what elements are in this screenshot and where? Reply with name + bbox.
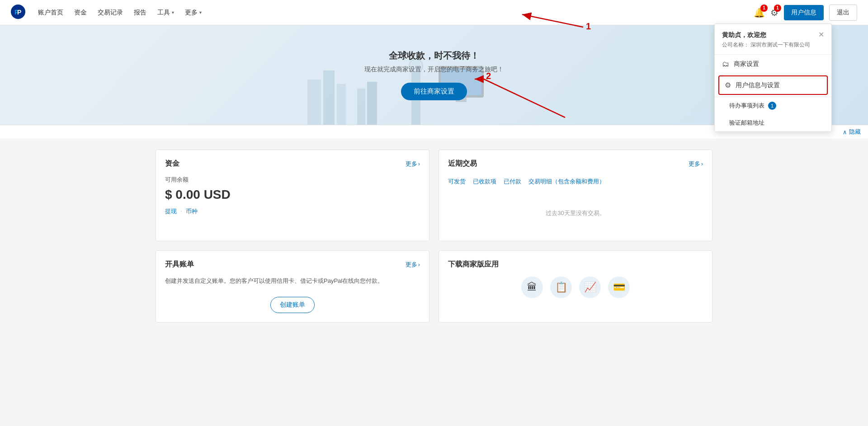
hide-label: 隐藏 [849,128,861,136]
nav-item-reports[interactable]: 报告 [134,9,146,17]
hero-title: 全球收款，时不我待！ [364,50,504,62]
todo-list-item[interactable]: 待办事项列表 1 [715,97,831,114]
user-info-button[interactable]: 用户信息 [784,5,824,20]
merchant-settings-item[interactable]: 🗂 商家设置 [715,55,831,74]
invoice-more-link[interactable]: 更多 › [406,261,420,269]
user-dropdown-menu: 黄助贞，欢迎您 公司名称： 深圳市测试一下有限公司 ✕ 🗂 商家设置 ⚙ 用户信… [714,23,832,132]
logout-button[interactable]: 退出 [829,5,857,21]
hero-subtitle: 现在就完成商家设置，开启您的电子商务之旅吧！ [364,66,504,74]
svg-rect-11 [337,84,346,125]
hero-content: 全球收款，时不我待！ 现在就完成商家设置，开启您的电子商务之旅吧！ 前往商家设置 [364,50,504,100]
user-info-settings-item[interactable]: ⚙ 用户信息与设置 [718,75,828,95]
gear-badge: 1 [774,5,781,12]
nav-item-tools[interactable]: 工具 ▾ [157,9,174,17]
funds-card-header: 资金 更多 › [165,159,420,169]
nav-item-funds[interactable]: 资金 [74,9,87,17]
funds-card: 资金 更多 › 可用余额 $ 0.00 USD 提现 · 币种 [156,150,429,241]
balance-amount: $ 0.00 USD [165,187,420,202]
create-invoice-button[interactable]: 创建账单 [270,297,315,313]
svg-rect-9 [307,80,321,125]
hide-icon: ∧ [843,129,847,136]
dot-divider: · [180,207,182,215]
tab-detail[interactable]: 交易明细（包含余额和费用） [528,176,605,187]
svg-rect-10 [323,70,335,125]
transaction-tabs: 可发货 已收款项 已付款 交易明细（包含余额和费用） [448,176,703,187]
chevron-right-icon: › [418,160,420,167]
currency-link[interactable]: 币种 [186,207,198,215]
transactions-card-title: 近期交易 [448,159,477,169]
app-icon-card: 💳 [608,276,630,298]
dropdown-close-button[interactable]: ✕ [818,31,824,38]
invoice-card: 开具账单 更多 › 创建并发送自定义账单。您的客户可以使用信用卡、借记卡或Pay… [156,250,429,323]
chevron-right-icon-3: › [418,261,420,268]
balance-links: 提现 · 币种 [165,207,420,215]
more-dropdown-icon: ▾ [199,10,202,15]
bell-badge: 1 [760,5,768,12]
settings-gear[interactable]: ⚙ 1 [770,7,778,18]
todo-badge: 1 [768,102,776,110]
go-to-merchant-setup-button[interactable]: 前往商家设置 [401,83,467,100]
chevron-right-icon-2: › [701,160,703,167]
transactions-more-link[interactable]: 更多 › [689,160,703,168]
navbar-logo: P P [11,5,25,20]
app-icon-bank: 🏛 [521,276,543,298]
tab-shippable[interactable]: 可发货 [448,176,466,187]
navbar-right: 🔔 1 ⚙ 1 用户信息 退出 [754,5,857,21]
tab-received[interactable]: 已收款项 [473,176,496,187]
withdraw-link[interactable]: 提现 [165,207,177,215]
app-icon-chart: 📈 [579,276,601,298]
nav-item-home[interactable]: 账户首页 [38,9,63,17]
app-card-title: 下载商家版应用 [448,260,499,269]
navbar: P P 账户首页 资金 交易记录 报告 工具 ▾ 更多 ▾ 🔔 1 ⚙ 1 用户… [0,0,868,25]
main-content: 资金 更多 › 可用余额 $ 0.00 USD 提现 · 币种 近期交易 更多 … [145,150,723,323]
briefcase-icon: 🗂 [722,60,729,68]
app-icon-doc: 📋 [550,276,572,298]
available-balance-label: 可用余额 [165,176,420,184]
invoice-card-header: 开具账单 更多 › [165,260,420,269]
dropdown-header: 黄助贞，欢迎您 公司名称： 深圳市测试一下有限公司 ✕ [715,24,831,55]
funds-card-title: 资金 [165,159,179,169]
app-card-header: 下载商家版应用 [448,260,703,269]
verify-email-item[interactable]: 验证邮箱地址 [715,114,831,131]
greeting-text: 黄助贞，欢迎您 [722,31,810,39]
user-settings-icon: ⚙ [725,81,731,89]
nav-item-transactions[interactable]: 交易记录 [98,9,123,17]
company-text: 公司名称： 深圳市测试一下有限公司 [722,41,810,49]
empty-transaction-message: 过去30天里没有交易。 [448,195,703,232]
invoice-description: 创建并发送自定义账单。您的客户可以使用信用卡、借记卡或PayPal在线向您付款。 [165,276,420,286]
app-icon-area: 🏛 📋 📈 💳 [448,276,703,298]
tools-dropdown-icon: ▾ [172,10,174,15]
transactions-card-header: 近期交易 更多 › [448,159,703,169]
svg-text:P: P [17,9,21,16]
paypal-logo-icon: P P [11,5,25,19]
transactions-card: 近期交易 更多 › 可发货 已收款项 已付款 交易明细（包含余额和费用） 过去3… [439,150,712,241]
nav-item-more[interactable]: 更多 ▾ [185,9,202,17]
navbar-nav: 账户首页 资金 交易记录 报告 工具 ▾ 更多 ▾ [38,9,754,17]
app-card: 下载商家版应用 🏛 📋 📈 💳 [439,250,712,323]
tab-paid[interactable]: 已付款 [504,176,521,187]
funds-more-link[interactable]: 更多 › [406,160,420,168]
invoice-card-title: 开具账单 [165,260,194,269]
dropdown-header-text: 黄助贞，欢迎您 公司名称： 深圳市测试一下有限公司 [722,31,810,49]
notification-bell[interactable]: 🔔 1 [754,7,765,18]
